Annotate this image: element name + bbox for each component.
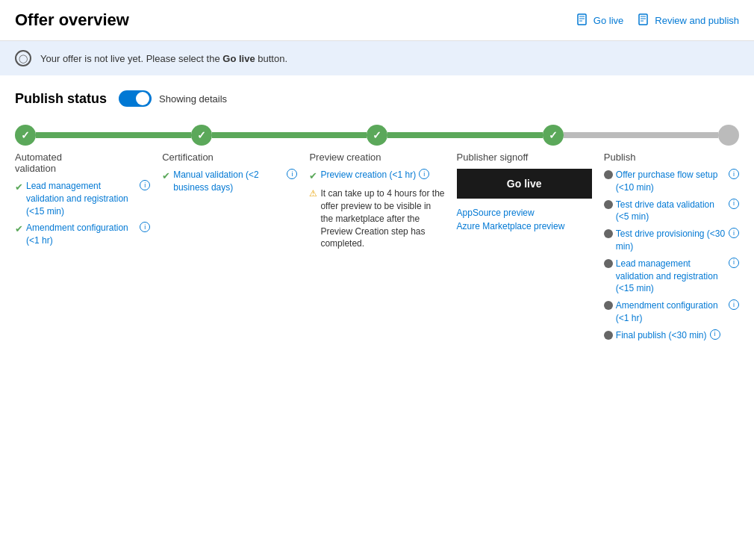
go-live-icon bbox=[577, 13, 589, 27]
sub-item-lead-mgmt: ✔ Lead management validation and registr… bbox=[15, 180, 150, 217]
review-publish-label: Review and publish bbox=[655, 15, 739, 26]
info-icon-manual: i bbox=[287, 169, 297, 179]
go-live-label: Go live bbox=[593, 15, 623, 26]
info-icon-amendment-pub: i bbox=[729, 299, 739, 310]
info-icon-amendment: i bbox=[140, 222, 150, 232]
step-node-automated-validation: ✓ bbox=[15, 125, 36, 146]
check-icon-manual: ✔ bbox=[162, 169, 170, 183]
gray-dot-amendment-pub bbox=[604, 301, 613, 310]
sub-item-preview-label: Preview creation (<1 hr) bbox=[320, 169, 416, 181]
toggle-container: Showing details bbox=[119, 90, 227, 107]
sub-item-test-drive-data-label: Test drive data validation (<5 min) bbox=[616, 199, 726, 224]
publish-status-title: Publish status bbox=[15, 91, 107, 107]
col-title-2: Certification bbox=[162, 152, 297, 163]
col-title-1: Automatedvalidation bbox=[15, 152, 150, 174]
sub-item-test-drive-data: Test drive data validation (<5 min) i bbox=[604, 199, 739, 224]
sub-item-amendment-pub-label: Amendment configuration (<1 hr) bbox=[616, 299, 726, 325]
toggle-slider bbox=[119, 90, 152, 107]
showing-details-toggle[interactable] bbox=[119, 90, 152, 107]
step-line-4-5 bbox=[564, 132, 719, 138]
info-icon-lead-mgmt-pub: i bbox=[729, 258, 739, 268]
sub-item-lead-label: Lead management validation and registrat… bbox=[26, 180, 137, 217]
notice-text: Your offer is not live yet. Please selec… bbox=[40, 53, 287, 64]
page-header: Offer overview Go live Review and publis… bbox=[0, 0, 754, 41]
sub-item-amendment-label: Amendment configuration (<1 hr) bbox=[26, 222, 137, 247]
sub-item-final-publish: Final publish (<30 min) i bbox=[604, 329, 739, 342]
azure-marketplace-preview-link[interactable]: Azure Marketplace preview bbox=[457, 221, 592, 231]
checkmark-3: ✓ bbox=[373, 129, 381, 141]
col-title-5: Publish bbox=[604, 152, 739, 163]
check-icon-preview: ✔ bbox=[309, 169, 317, 183]
info-icon-offer-purchase: i bbox=[729, 169, 739, 179]
sub-item-offer-purchase: Offer purchase flow setup (<10 min) i bbox=[604, 169, 739, 194]
publish-status-header: Publish status Showing details bbox=[15, 90, 739, 107]
sub-item-amendment-pub: Amendment configuration (<1 hr) i bbox=[604, 299, 739, 325]
sub-item-offer-purchase-label: Offer purchase flow setup (<10 min) bbox=[616, 169, 726, 194]
gray-dot-lead-mgmt-pub bbox=[604, 259, 613, 268]
svg-rect-0 bbox=[578, 14, 586, 25]
toggle-label: Showing details bbox=[159, 93, 227, 105]
col-title-3: Preview creation bbox=[309, 152, 444, 163]
columns-container: Automatedvalidation ✔ Lead management va… bbox=[15, 152, 739, 346]
column-certification: Certification ✔ Manual validation (<2 bu… bbox=[156, 152, 303, 346]
header-actions: Go live Review and publish bbox=[577, 13, 739, 27]
step-circle-4: ✓ bbox=[543, 125, 564, 146]
col-title-4: Publisher signoff bbox=[457, 152, 592, 163]
sub-item-lead-mgmt-pub: Lead management validation and registrat… bbox=[604, 258, 739, 295]
check-icon-amendment: ✔ bbox=[15, 223, 23, 236]
sub-item-amendment: ✔ Amendment configuration (<1 hr) i bbox=[15, 222, 150, 247]
gray-dot-test-drive-data bbox=[604, 200, 613, 209]
sub-item-test-drive-prov: Test drive provisioning (<30 min) i bbox=[604, 228, 739, 253]
info-icon-preview: i bbox=[419, 169, 429, 179]
step-circle-2: ✓ bbox=[191, 125, 212, 146]
notice-bold: Go live bbox=[222, 53, 255, 64]
info-icon-test-drive-data: i bbox=[729, 199, 739, 209]
step-line-3-4 bbox=[387, 132, 543, 138]
review-publish-icon bbox=[638, 13, 650, 27]
warning-text: It can take up to 4 hours for the offer … bbox=[320, 187, 444, 250]
step-node-publisher-signoff: ✓ bbox=[543, 125, 564, 146]
appsource-preview-link[interactable]: AppSource preview bbox=[457, 208, 592, 218]
info-icon-final-publish: i bbox=[710, 329, 720, 340]
step-line-2-3 bbox=[212, 132, 367, 138]
info-icon-test-drive-prov: i bbox=[729, 228, 739, 238]
notice-banner: ◯ Your offer is not live yet. Please sel… bbox=[0, 41, 754, 75]
checkmark-4: ✓ bbox=[549, 129, 558, 141]
checkmark-1: ✓ bbox=[21, 129, 30, 141]
warning-icon: ⚠ bbox=[309, 188, 317, 199]
column-publish: Publish Offer purchase flow setup (<10 m… bbox=[598, 152, 739, 346]
step-circle-5 bbox=[718, 125, 739, 146]
info-icon-lead: i bbox=[140, 180, 150, 190]
page-title: Offer overview bbox=[15, 10, 129, 30]
step-node-certification: ✓ bbox=[191, 125, 212, 146]
checkmark-2: ✓ bbox=[197, 129, 206, 141]
go-live-main-button[interactable]: Go live bbox=[457, 169, 592, 199]
go-live-button[interactable]: Go live bbox=[577, 13, 623, 27]
sub-item-manual-label: Manual validation (<2 business days) bbox=[173, 169, 284, 194]
column-preview-creation: Preview creation ✔ Preview creation (<1 … bbox=[303, 152, 450, 346]
gray-dot-test-drive-prov bbox=[604, 229, 613, 238]
check-icon-lead: ✔ bbox=[15, 181, 23, 194]
steps-progress-bar: ✓ ✓ ✓ ✓ bbox=[15, 125, 739, 146]
step-node-publish bbox=[718, 125, 739, 146]
gray-dot-offer-purchase bbox=[604, 170, 613, 179]
clock-icon: ◯ bbox=[15, 50, 31, 66]
review-publish-button[interactable]: Review and publish bbox=[638, 13, 739, 27]
warning-container: ⚠ It can take up to 4 hours for the offe… bbox=[309, 187, 444, 250]
column-publisher-signoff: Publisher signoff Go live AppSource prev… bbox=[451, 152, 598, 346]
sub-item-preview: ✔ Preview creation (<1 hr) i bbox=[309, 169, 444, 183]
svg-rect-4 bbox=[639, 14, 647, 25]
step-node-preview-creation: ✓ bbox=[367, 125, 387, 146]
sub-item-manual-validation: ✔ Manual validation (<2 business days) i bbox=[162, 169, 297, 194]
step-circle-1: ✓ bbox=[15, 125, 36, 146]
sub-item-final-publish-label: Final publish (<30 min) bbox=[616, 329, 707, 342]
main-content: Publish status Showing details ✓ ✓ bbox=[0, 75, 754, 361]
sub-item-test-drive-prov-label: Test drive provisioning (<30 min) bbox=[616, 228, 726, 253]
step-circle-3: ✓ bbox=[367, 125, 387, 146]
sub-item-lead-mgmt-pub-label: Lead management validation and registrat… bbox=[616, 258, 726, 295]
column-automated-validation: Automatedvalidation ✔ Lead management va… bbox=[15, 152, 156, 346]
gray-dot-final-publish bbox=[604, 331, 613, 340]
step-line-1-2 bbox=[36, 132, 191, 138]
